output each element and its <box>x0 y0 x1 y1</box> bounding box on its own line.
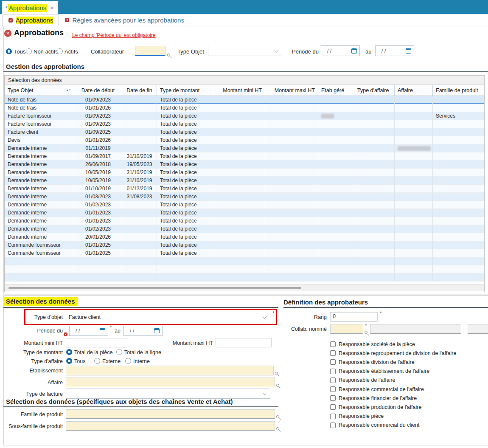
grid-cell[interactable] <box>433 249 484 257</box>
checkbox[interactable] <box>330 404 336 410</box>
grid-cell[interactable]: 01/01/2025 <box>74 249 122 257</box>
magnifier-icon[interactable] <box>276 427 281 432</box>
grid-cell[interactable]: Demande interne <box>5 177 74 185</box>
table-row[interactable]: Demande interne01/02/2023Total de la piè… <box>5 225 484 233</box>
grid-cell[interactable] <box>122 96 157 104</box>
grid-cell[interactable]: Total de la pièce <box>157 161 214 169</box>
grid-cell[interactable] <box>395 104 433 112</box>
table-row[interactable]: Demande interne26/06/201819/05/2023Total… <box>5 161 484 169</box>
grid-cell[interactable]: Demande interne <box>5 201 74 209</box>
grid-cell[interactable]: 01/01/2025 <box>74 241 122 249</box>
collaborateur-input[interactable] <box>135 46 165 56</box>
grid-cell[interactable] <box>354 144 395 152</box>
sous-famille-produit-input[interactable] <box>66 421 275 431</box>
grid-cell[interactable] <box>265 201 318 209</box>
type-objet-select[interactable]: Facture client <box>66 312 270 322</box>
grid-cell[interactable] <box>395 249 433 257</box>
grid-cell[interactable] <box>318 104 354 112</box>
grid-cell[interactable]: 01/11/2019 <box>74 144 122 152</box>
grid-cell[interactable]: Facture fournisseur <box>5 112 74 120</box>
grid-cell[interactable] <box>122 128 157 136</box>
checkbox[interactable] <box>330 386 336 392</box>
grid-cell[interactable] <box>318 201 354 209</box>
grid-cell[interactable] <box>354 201 395 209</box>
column-header[interactable]: Type d'affaire <box>354 85 395 96</box>
grid-cell[interactable] <box>354 225 395 233</box>
grid-cell[interactable]: Demande interne <box>5 169 74 177</box>
grid-cell[interactable] <box>433 120 484 128</box>
grid-cell[interactable]: 31/10/2019 <box>122 169 157 177</box>
grid-cell[interactable]: 01/01/2026 <box>74 104 122 112</box>
grid-cell[interactable]: Demande interne <box>5 144 74 152</box>
calendar-icon[interactable] <box>100 328 105 333</box>
checkbox[interactable] <box>330 395 336 401</box>
famille-produit-input[interactable] <box>66 409 275 419</box>
grid-cell[interactable] <box>433 225 484 233</box>
grid-cell[interactable] <box>318 161 354 169</box>
grid-cell[interactable] <box>214 209 265 217</box>
montant-maxi-input[interactable] <box>216 338 272 347</box>
table-row[interactable]: Demande interne10/05/201931/10/2019Total… <box>5 177 484 185</box>
grid-cell[interactable] <box>265 233 318 241</box>
grid-cell[interactable] <box>214 152 265 161</box>
grid-cell[interactable]: Total de la pièce <box>157 193 214 201</box>
periode-to-field[interactable]: / / <box>123 326 163 336</box>
grid-cell[interactable] <box>318 233 354 241</box>
grid-cell[interactable] <box>395 201 433 209</box>
grid-cell[interactable] <box>433 217 484 225</box>
grid-cell[interactable]: 01/03/2023 <box>74 193 122 201</box>
radio-non-actifs[interactable] <box>26 48 32 54</box>
grid-cell[interactable]: 26/06/2018 <box>74 161 122 169</box>
grid-cell[interactable]: 31/08/2023 <box>122 193 157 201</box>
grid-cell[interactable] <box>265 112 318 120</box>
type-facture-select[interactable] <box>66 389 270 399</box>
table-row[interactable]: Note de frais01/01/2026Total de la pièce <box>5 104 484 112</box>
grid-cell[interactable] <box>433 185 484 193</box>
table-row[interactable]: Facture fournisseur01/09/2023Total de la… <box>5 120 484 128</box>
scrollbar-thumb[interactable] <box>8 287 301 289</box>
radio-affaire-tous[interactable] <box>66 358 72 364</box>
grid-cell[interactable] <box>265 241 318 249</box>
grid-cell[interactable] <box>265 225 318 233</box>
table-row[interactable]: Demande interne01/11/2019Total de la piè… <box>5 144 484 152</box>
grid-cell[interactable] <box>433 152 484 161</box>
column-header[interactable]: Affaire <box>395 85 433 96</box>
grid-cell[interactable] <box>214 193 265 201</box>
grid-cell[interactable]: Demande interne <box>5 209 74 217</box>
tab-approbations[interactable]: × Approbations <box>3 14 59 26</box>
grid-cell[interactable] <box>433 96 484 104</box>
grid-cell[interactable] <box>122 209 157 217</box>
grid-cell[interactable] <box>395 161 433 169</box>
grid-cell[interactable] <box>433 144 484 152</box>
grid-cell[interactable] <box>265 144 318 152</box>
magnifier-icon[interactable] <box>365 331 369 335</box>
grid-cell[interactable]: Total de la pièce <box>157 201 214 209</box>
grid-cell[interactable] <box>395 120 433 128</box>
grid-cell[interactable] <box>318 169 354 177</box>
grid-cell[interactable] <box>122 112 157 120</box>
column-header[interactable]: Montant mini HT <box>214 85 265 96</box>
grid-cell[interactable]: Total de la pièce <box>157 233 214 241</box>
grid-cell[interactable]: Total de la pièce <box>157 96 214 104</box>
grid-cell[interactable]: Commande fournisseur <box>5 249 74 257</box>
column-header[interactable]: Etab géré <box>318 85 354 96</box>
table-row[interactable]: Note de frais01/09/2023Total de la pièce <box>5 96 484 104</box>
grid-cell[interactable] <box>395 128 433 136</box>
table-row[interactable]: Demande interne01/01/2023Total de la piè… <box>5 209 484 217</box>
grid-cell[interactable]: 10/05/2019 <box>74 169 122 177</box>
grid-cell[interactable] <box>318 136 354 144</box>
magnifier-icon[interactable] <box>276 415 281 420</box>
grid-cell[interactable] <box>265 136 318 144</box>
table-row[interactable]: Commande fournisseur01/01/2025Total de l… <box>5 249 484 257</box>
grid-cell[interactable]: Demande interne <box>5 161 74 169</box>
grid-cell[interactable]: Total de la pièce <box>157 209 214 217</box>
grid-cell[interactable] <box>433 209 484 217</box>
window-tab-approbations[interactable]: * Approbations × <box>2 1 58 14</box>
grid-cell[interactable] <box>265 120 318 128</box>
radio-total-piece[interactable] <box>66 349 72 355</box>
grid-cell[interactable] <box>214 201 265 209</box>
grid-cell[interactable] <box>433 177 484 185</box>
grid-cell[interactable]: Total de la pièce <box>157 136 214 144</box>
grid-cell[interactable] <box>433 169 484 177</box>
grid-cell[interactable] <box>354 112 395 120</box>
